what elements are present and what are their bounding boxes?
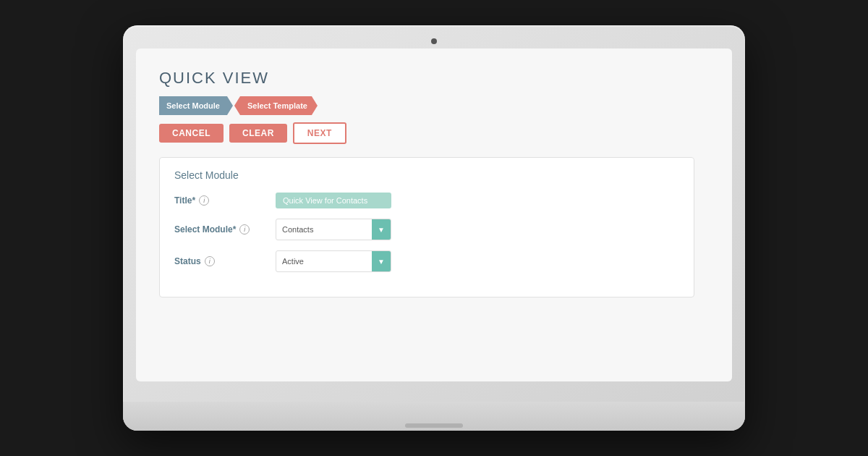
module-select-value: Contacts	[276, 221, 372, 237]
form-panel-title: Select Module	[174, 169, 679, 181]
status-select-wrapper[interactable]: Active ▼	[276, 250, 391, 272]
laptop-base	[123, 402, 745, 431]
form-panel: Select Module Title* i Select Module* i	[159, 157, 694, 297]
laptop-camera	[431, 38, 437, 44]
module-select-arrow[interactable]: ▼	[372, 219, 391, 240]
step-select-template[interactable]: Select Template	[234, 96, 318, 115]
module-info-icon: i	[239, 224, 250, 235]
status-select-value: Active	[276, 253, 372, 269]
status-label: Status i	[174, 256, 276, 266]
laptop-frame: QUICK VIEW Select Module Select Template…	[123, 25, 745, 431]
cancel-button[interactable]: CANCEL	[159, 124, 224, 143]
title-label: Title* i	[174, 195, 276, 206]
laptop-hinge	[405, 423, 463, 428]
title-input[interactable]	[276, 193, 391, 208]
next-button[interactable]: NEXT	[293, 122, 346, 144]
module-label: Select Module* i	[174, 224, 276, 235]
clear-button[interactable]: CLEAR	[229, 124, 287, 143]
laptop-screen: QUICK VIEW Select Module Select Template…	[136, 48, 732, 381]
form-row-module: Select Module* i Contacts ▼	[174, 219, 679, 240]
step-select-module[interactable]: Select Module	[159, 96, 233, 115]
page-title: QUICK VIEW	[159, 69, 709, 88]
module-select-wrapper[interactable]: Contacts ▼	[276, 219, 391, 240]
form-row-status: Status i Active ▼	[174, 250, 679, 272]
screen-content: QUICK VIEW Select Module Select Template…	[136, 48, 732, 381]
status-info-icon: i	[205, 256, 215, 266]
actions-row: CANCEL CLEAR NEXT	[159, 122, 709, 144]
title-info-icon: i	[199, 195, 209, 206]
form-row-title: Title* i	[174, 193, 679, 208]
status-select-arrow[interactable]: ▼	[372, 251, 391, 271]
steps-breadcrumb: Select Module Select Template	[159, 96, 709, 115]
